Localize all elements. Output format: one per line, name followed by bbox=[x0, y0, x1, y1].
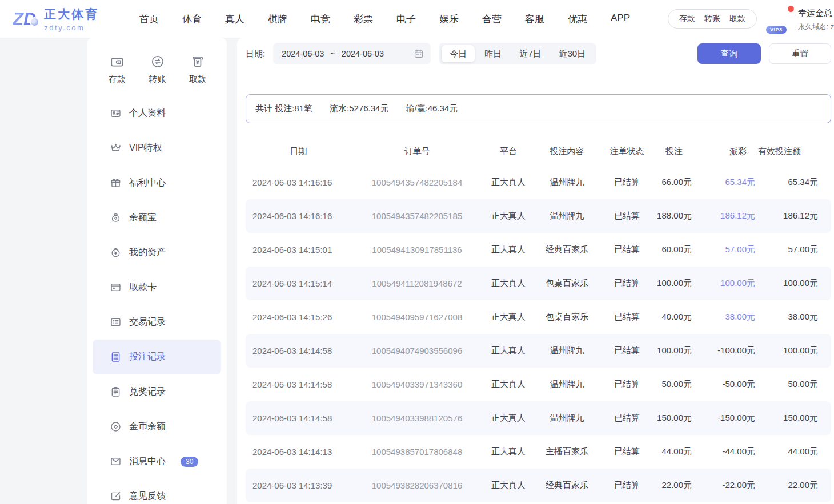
sidebar-item[interactable]: 投注记录 bbox=[93, 340, 221, 374]
nav-item[interactable]: APP bbox=[611, 13, 630, 26]
table-row: 2024-06-03 14:14:58 1005494074903556096 … bbox=[246, 334, 831, 368]
sidebar-item[interactable]: 金币余额 bbox=[93, 409, 221, 444]
wallet-deposit-icon bbox=[110, 54, 125, 69]
nav-item[interactable]: 娱乐 bbox=[439, 13, 459, 26]
column-header: 日期 bbox=[246, 146, 351, 157]
quick-action[interactable]: 转账 bbox=[149, 54, 166, 85]
cell-payout: 65.34元 bbox=[694, 177, 758, 188]
sidebar-item-label: VIP特权 bbox=[129, 142, 162, 154]
sidebar-item-label: 我的资产 bbox=[129, 247, 166, 259]
cell-valid-amount: 44.00元 bbox=[758, 446, 831, 457]
cell-valid-amount: 50.00元 bbox=[758, 379, 831, 390]
user-block[interactable]: VIP3 幸运金总 永久域名: z bbox=[770, 6, 834, 32]
cell-bet-content: 温州牌九 bbox=[534, 379, 600, 390]
brand-logo[interactable]: ZD 正大体育 zdty.com bbox=[13, 6, 119, 32]
quick-action[interactable]: 取款 bbox=[189, 54, 206, 85]
nav-item[interactable]: 真人 bbox=[225, 13, 244, 26]
avatar[interactable]: VIP3 bbox=[770, 7, 793, 30]
deposit-link[interactable]: 存款 bbox=[679, 14, 695, 24]
nav-item[interactable]: 客服 bbox=[525, 13, 544, 26]
nav-item[interactable]: 合营 bbox=[482, 13, 502, 26]
sidebar-item[interactable]: VIP特权 bbox=[93, 131, 221, 166]
sidebar-item[interactable]: 交易记录 bbox=[93, 305, 221, 340]
sidebar-quick-actions: 存款 转账 取款 bbox=[87, 38, 227, 90]
date-range-input[interactable]: 2024-06-03 ~ 2024-06-03 bbox=[273, 43, 431, 64]
sidebar-item[interactable]: 福利中心 bbox=[93, 166, 221, 200]
gift-icon bbox=[110, 177, 122, 189]
sidebar-item-label: 余额宝 bbox=[129, 212, 157, 224]
cell-bet-content: 包桌百家乐 bbox=[534, 312, 600, 322]
nav-item[interactable]: 体育 bbox=[182, 13, 202, 26]
sidebar-item[interactable]: 余额宝 bbox=[93, 200, 221, 235]
quick-action-label: 存款 bbox=[109, 74, 126, 85]
cell-bet-amount: 100.00元 bbox=[654, 278, 694, 289]
cell-bet-amount: 150.00元 bbox=[654, 413, 694, 424]
cell-payout: 186.12元 bbox=[694, 211, 758, 221]
cell-payout: -44.00元 bbox=[694, 446, 758, 457]
cell-payout: -50.00元 bbox=[694, 379, 758, 390]
nav-item[interactable]: 电子 bbox=[396, 13, 416, 26]
user-name: 幸运金总 bbox=[798, 8, 834, 19]
cell-bet-content: 温州牌九 bbox=[534, 177, 600, 188]
date-range-tab[interactable]: 昨日 bbox=[476, 45, 510, 62]
date-range-tab[interactable]: 近7日 bbox=[511, 45, 549, 62]
cell-payout: 57.00元 bbox=[694, 244, 758, 255]
cell-bet-amount: 100.00元 bbox=[654, 345, 694, 356]
cell-order-number: 1005494033971343360 bbox=[351, 380, 483, 389]
withdraw-icon bbox=[190, 54, 205, 69]
cell-bet-amount: 22.00元 bbox=[654, 480, 694, 491]
cell-platform: 正大真人 bbox=[483, 480, 534, 491]
nav-item[interactable]: 优惠 bbox=[568, 13, 587, 26]
reset-button[interactable]: 重置 bbox=[769, 43, 831, 64]
sidebar-item[interactable]: 个人资料 bbox=[93, 96, 221, 131]
notification-dot bbox=[788, 6, 794, 12]
cell-bet-content: 温州牌九 bbox=[534, 413, 600, 424]
quick-action[interactable]: 存款 bbox=[109, 54, 126, 85]
calendar-icon[interactable] bbox=[414, 49, 424, 59]
table-row: 2024-06-03 14:15:01 1005494130917851136 … bbox=[246, 233, 831, 267]
quick-action-label: 取款 bbox=[189, 74, 206, 85]
withdraw-link[interactable]: 取款 bbox=[729, 14, 745, 24]
summary-total: 共计 投注:81笔 bbox=[255, 103, 312, 114]
sidebar-item[interactable]: 我的资产 bbox=[93, 235, 221, 270]
transfer-icon bbox=[150, 54, 165, 69]
sidebar: 存款 转账 取款 个人资料 bbox=[87, 38, 227, 504]
table-row: 2024-06-03 14:14:58 1005494033971343360 … bbox=[246, 368, 831, 401]
money-pouch-icon bbox=[110, 212, 122, 224]
transaction-list-icon bbox=[110, 316, 122, 328]
cell-status: 已结算 bbox=[600, 177, 654, 188]
column-header: 派彩 bbox=[694, 146, 758, 157]
sidebar-item[interactable]: 消息中心 30 bbox=[93, 444, 221, 479]
date-range-tab[interactable]: 近30日 bbox=[551, 45, 594, 62]
cell-bet-amount: 40.00元 bbox=[654, 312, 694, 322]
header-right: 存款 转账 取款 VIP3 幸运金总 永久域名: z bbox=[668, 6, 834, 32]
sidebar-item[interactable]: 兑奖记录 bbox=[93, 374, 221, 409]
cell-date: 2024-06-03 14:16:16 bbox=[246, 178, 351, 187]
query-button[interactable]: 查询 bbox=[697, 43, 761, 64]
sidebar-item[interactable]: 意见反馈 bbox=[93, 479, 221, 504]
nav-item[interactable]: 首页 bbox=[139, 13, 159, 26]
table-row: 2024-06-03 14:14:58 1005494033988120576 … bbox=[246, 401, 831, 435]
transfer-link[interactable]: 转账 bbox=[704, 14, 720, 24]
cell-platform: 正大真人 bbox=[483, 177, 534, 188]
cell-date: 2024-06-03 14:14:58 bbox=[246, 380, 351, 389]
bet-records-table: 日期订单号平台投注内容注单状态投注派彩有效投注额 2024-06-03 14:1… bbox=[246, 137, 831, 502]
sidebar-item[interactable]: 取款卡 bbox=[93, 270, 221, 305]
table-header-row: 日期订单号平台投注内容注单状态投注派彩有效投注额 bbox=[246, 137, 831, 166]
column-header: 投注 bbox=[654, 146, 694, 157]
nav-item[interactable]: 彩票 bbox=[354, 13, 373, 26]
date-range-tab[interactable]: 今日 bbox=[442, 45, 475, 62]
cell-date: 2024-06-03 14:14:58 bbox=[246, 346, 351, 356]
cell-status: 已结算 bbox=[600, 413, 654, 424]
sidebar-item-label: 福利中心 bbox=[129, 177, 166, 189]
sidebar-menu: 个人资料 VIP特权 福利中心 余额宝 bbox=[87, 90, 227, 504]
main-nav: 首页体育真人棋牌电竞彩票电子娱乐合营客服优惠APP bbox=[139, 13, 630, 26]
permanent-domain-note: 永久域名: z bbox=[798, 22, 834, 32]
nav-item[interactable]: 棋牌 bbox=[268, 13, 287, 26]
cell-valid-amount: 65.34元 bbox=[758, 177, 831, 188]
cell-bet-amount: 66.00元 bbox=[654, 177, 694, 188]
nav-item[interactable]: 电竞 bbox=[311, 13, 330, 26]
sidebar-item-label: 交易记录 bbox=[129, 316, 166, 328]
cell-order-number: 1005494074903556096 bbox=[351, 346, 483, 356]
cell-date: 2024-06-03 14:14:58 bbox=[246, 413, 351, 423]
